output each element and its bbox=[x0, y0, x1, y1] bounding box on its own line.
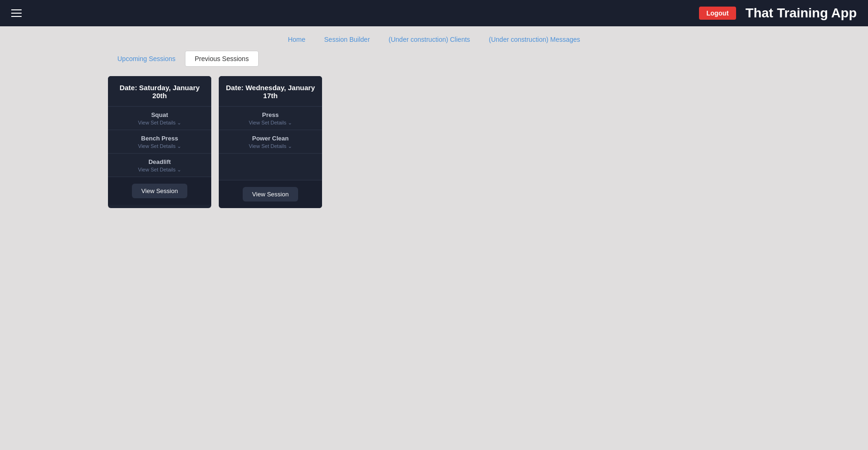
exercise-name-press: Press bbox=[224, 111, 316, 118]
hamburger-menu-icon[interactable] bbox=[11, 9, 22, 17]
view-set-details-power-clean[interactable]: View Set Details ⌄ bbox=[224, 143, 316, 149]
nav-bar: Home Session Builder (Under construction… bbox=[0, 26, 868, 51]
empty-exercise-slot bbox=[219, 154, 322, 180]
logout-button[interactable]: Logout bbox=[699, 7, 736, 20]
nav-link-clients[interactable]: (Under construction) Clients bbox=[389, 36, 470, 43]
view-set-details-press[interactable]: View Set Details ⌄ bbox=[224, 120, 316, 126]
exercise-item-deadlift: Deadlift View Set Details ⌄ bbox=[108, 154, 211, 177]
view-session-button-2[interactable]: View Session bbox=[243, 187, 298, 202]
sessions-cards-container: Date: Saturday, January 20th Squat View … bbox=[0, 76, 868, 208]
nav-link-home[interactable]: Home bbox=[288, 36, 305, 43]
app-header: Logout That Training App bbox=[0, 0, 868, 26]
tabs-container: Upcoming Sessions Previous Sessions bbox=[0, 51, 868, 67]
header-left bbox=[11, 9, 22, 17]
view-set-details-deadlift[interactable]: View Set Details ⌄ bbox=[114, 167, 206, 173]
exercise-item-press: Press View Set Details ⌄ bbox=[219, 107, 322, 130]
view-set-details-bench-press[interactable]: View Set Details ⌄ bbox=[114, 143, 206, 149]
tab-upcoming-sessions[interactable]: Upcoming Sessions bbox=[108, 51, 185, 66]
exercise-item-squat: Squat View Set Details ⌄ bbox=[108, 107, 211, 130]
view-session-button-1[interactable]: View Session bbox=[132, 184, 187, 198]
view-set-details-squat[interactable]: View Set Details ⌄ bbox=[114, 120, 206, 126]
session-card-2-footer: View Session bbox=[219, 180, 322, 208]
session-card-1-date: Date: Saturday, January 20th bbox=[108, 76, 211, 107]
exercise-name-power-clean: Power Clean bbox=[224, 135, 316, 142]
app-title: That Training App bbox=[745, 6, 857, 21]
session-card-2-date: Date: Wednesday, January 17th bbox=[219, 76, 322, 107]
exercise-name-squat: Squat bbox=[114, 111, 206, 118]
nav-link-messages[interactable]: (Under construction) Messages bbox=[489, 36, 580, 43]
exercise-name-bench-press: Bench Press bbox=[114, 135, 206, 142]
session-card-1: Date: Saturday, January 20th Squat View … bbox=[108, 76, 211, 208]
exercise-item-power-clean: Power Clean View Set Details ⌄ bbox=[219, 130, 322, 154]
session-card-1-footer: View Session bbox=[108, 177, 211, 205]
header-right: Logout That Training App bbox=[699, 6, 857, 21]
nav-link-session-builder[interactable]: Session Builder bbox=[324, 36, 370, 43]
exercise-name-deadlift: Deadlift bbox=[114, 158, 206, 165]
tab-previous-sessions[interactable]: Previous Sessions bbox=[185, 51, 259, 67]
exercise-item-bench-press: Bench Press View Set Details ⌄ bbox=[108, 130, 211, 154]
session-card-2: Date: Wednesday, January 17th Press View… bbox=[219, 76, 322, 208]
